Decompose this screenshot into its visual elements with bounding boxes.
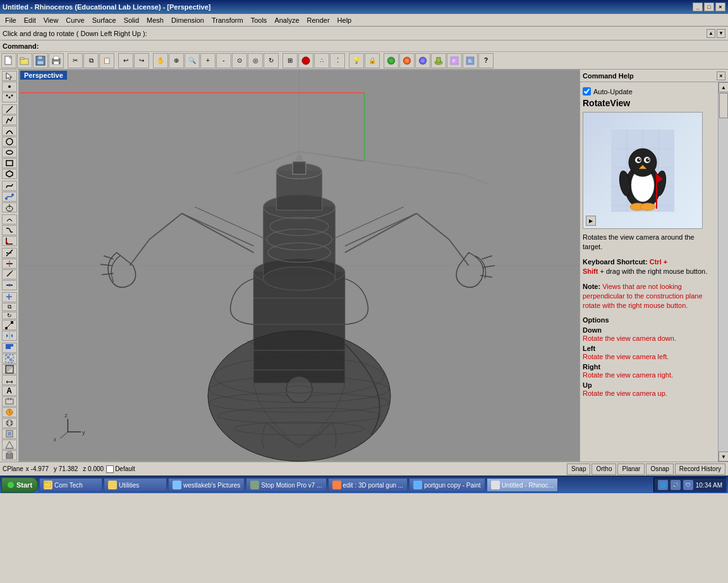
taskbar-item-browser[interactable]: edit : 3D portal gun ... [328, 478, 408, 492]
menu-analyze[interactable]: Analyze [270, 15, 303, 25]
preview-play-button[interactable]: ▶ [586, 216, 596, 226]
join-tool[interactable] [2, 280, 17, 290]
move-tool[interactable] [2, 292, 17, 302]
help-button[interactable]: ? [478, 53, 494, 68]
extend-tool[interactable] [2, 269, 17, 279]
viewport[interactable]: Perspective [19, 70, 579, 462]
blend-tool[interactable] [2, 225, 17, 235]
save-button[interactable] [33, 53, 48, 68]
scroll-up-btn[interactable]: ▲ [707, 29, 715, 38]
extra-tool2[interactable] [2, 407, 17, 417]
menu-mesh[interactable]: Mesh [143, 15, 167, 25]
flamingo-button[interactable]: F [447, 53, 462, 68]
ortho-button[interactable]: Ortho [592, 463, 616, 475]
taskbar-item-rhino[interactable]: Untitled - Rhinoc... [487, 478, 558, 492]
trim-tool[interactable] [2, 248, 17, 258]
multipoint-tool[interactable] [2, 92, 17, 102]
cut-button[interactable]: ✂ [68, 53, 83, 68]
brazil-button[interactable]: B [463, 53, 478, 68]
menu-file[interactable]: File [1, 15, 20, 25]
circle-tool[interactable] [2, 137, 17, 147]
extra-tool3[interactable] [2, 418, 17, 428]
menu-transform[interactable]: Transform [208, 15, 247, 25]
auto-update-checkbox[interactable] [583, 87, 591, 95]
points-on-button[interactable]: ⁚ [330, 53, 345, 68]
menu-curve[interactable]: Curve [62, 15, 88, 25]
scroll-down-btn[interactable]: ▼ [717, 29, 725, 38]
maximize-button[interactable]: □ [704, 3, 714, 11]
text-tool[interactable]: A [2, 386, 17, 396]
line-tool[interactable] [2, 104, 17, 114]
zoom-extent-button[interactable]: ⊕ [169, 53, 184, 68]
menu-solid[interactable]: Solid [120, 15, 143, 25]
rotate-obj-tool[interactable]: ↻ [2, 312, 17, 319]
arc-tool[interactable] [2, 126, 17, 136]
lights-button[interactable]: 💡 [349, 53, 364, 68]
array-tool[interactable] [2, 343, 17, 353]
groundplane-button[interactable] [431, 53, 446, 68]
rectangle-tool[interactable] [2, 158, 17, 168]
shade-button[interactable] [298, 53, 313, 68]
taskbar-item-utilities[interactable]: Utilities [104, 478, 167, 492]
group-tool[interactable] [2, 353, 17, 364]
close-button[interactable]: × [715, 3, 725, 11]
copy-button[interactable]: ⧉ [83, 53, 99, 68]
viewport-layout-button[interactable]: ⊞ [282, 53, 298, 68]
rotate-view-button[interactable]: ↻ [264, 53, 279, 68]
scroll-track[interactable] [719, 92, 728, 451]
menu-help[interactable]: Help [334, 15, 356, 25]
minimize-button[interactable]: _ [693, 3, 703, 11]
menu-render[interactable]: Render [303, 15, 334, 25]
taskbar-item-stopmotion[interactable]: Stop Motion Pro v7 ... [246, 478, 326, 492]
undo-button[interactable]: ↩ [118, 53, 133, 68]
menu-surface[interactable]: Surface [88, 15, 120, 25]
zoom-in-button[interactable]: + [200, 53, 215, 68]
conic-tool[interactable] [2, 202, 17, 212]
scroll-thumb[interactable] [719, 93, 728, 118]
taskbar-item-comtech[interactable]: Com Tech [39, 478, 102, 492]
menu-tools[interactable]: Tools [247, 15, 271, 25]
extra-tool6[interactable] [2, 450, 17, 460]
materials-button[interactable] [399, 53, 415, 68]
polyline-tool[interactable] [2, 115, 17, 125]
taskbar-item-pictures[interactable]: westlakeb's Pictures [168, 478, 245, 492]
zoom-out-button[interactable]: - [216, 53, 231, 68]
environment-button[interactable] [415, 53, 430, 68]
named-view-button[interactable]: 🔒 [365, 53, 380, 68]
zoom-target-button[interactable]: ◎ [248, 53, 263, 68]
scroll-up-arrow[interactable]: ▲ [719, 82, 728, 92]
scale-tool[interactable] [2, 320, 17, 330]
polygon-tool[interactable] [2, 169, 17, 179]
open-button[interactable] [17, 53, 32, 68]
dimension-tool[interactable] [2, 375, 17, 385]
split-tool[interactable] [2, 259, 17, 269]
right-panel-close-button[interactable]: × [717, 71, 725, 80]
menu-view[interactable]: View [40, 15, 63, 25]
extra-tool1[interactable] [2, 396, 17, 407]
extra-tool4[interactable] [2, 429, 17, 439]
ellipse-tool[interactable] [2, 147, 17, 157]
planar-button[interactable]: Planar [617, 463, 645, 475]
osnap-button[interactable]: Osnap [646, 463, 673, 475]
points-button[interactable]: ∴ [314, 53, 329, 68]
redo-button[interactable]: ↪ [134, 53, 149, 68]
menu-edit[interactable]: Edit [20, 15, 40, 25]
taskbar-item-paint[interactable]: portgun copy - Paint [409, 478, 485, 492]
paste-button[interactable]: 📋 [99, 53, 114, 68]
new-button[interactable] [1, 53, 16, 68]
scroll-down-arrow[interactable]: ▼ [719, 451, 728, 462]
pan-button[interactable]: ✋ [153, 53, 168, 68]
zoom-selected-button[interactable]: ⊙ [232, 53, 247, 68]
select-tool[interactable] [2, 71, 17, 81]
render-options-button[interactable] [384, 53, 399, 68]
fillet-tool[interactable] [2, 236, 17, 246]
snap-button[interactable]: Snap [567, 463, 590, 475]
start-button[interactable]: Start [1, 477, 38, 493]
freeform-curve-tool[interactable] [2, 181, 17, 191]
print-button[interactable] [49, 53, 64, 68]
mirror-tool[interactable] [2, 331, 17, 341]
hatch-tool[interactable] [2, 364, 17, 374]
extra-tool5[interactable] [2, 439, 17, 450]
zoom-window-button[interactable]: 🔍 [185, 53, 200, 68]
offset-tool[interactable] [2, 214, 17, 224]
